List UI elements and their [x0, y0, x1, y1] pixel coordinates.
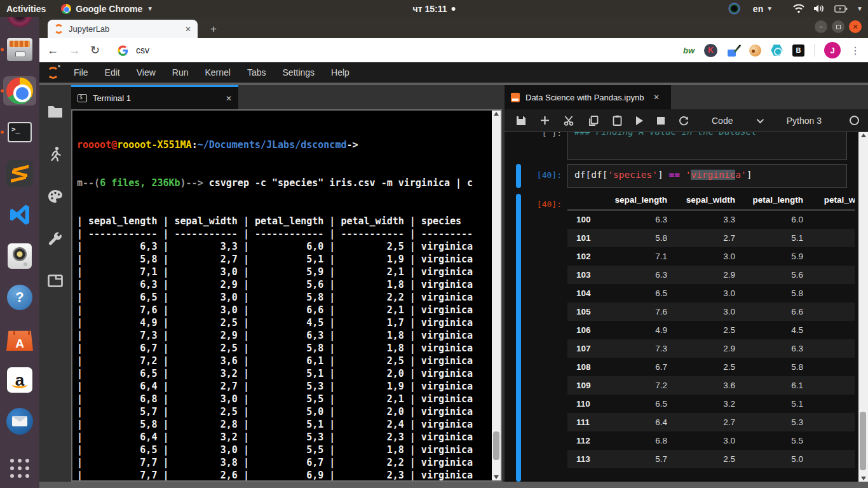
scroll-down-icon[interactable] [861, 477, 866, 480]
partial-app-icon[interactable] [7, 17, 32, 27]
url-text: csv [136, 45, 149, 55]
extensions-area: bw K B J ⋮ [683, 42, 860, 58]
forward-button[interactable]: → [69, 44, 80, 57]
scroll-down-icon[interactable] [494, 475, 499, 479]
notebook-content[interactable]: [ ]: ### Finding A Value in the Dataset … [505, 132, 868, 482]
code-cell-input[interactable]: df[df['species'] == 'virginica'] [567, 164, 847, 188]
palette-icon[interactable] [48, 189, 63, 203]
chevron-down-icon: ▼ [147, 5, 153, 12]
terminal-table: | sepal_length | sepal_width | petal_len… [77, 215, 501, 482]
extension-bw[interactable]: bw [683, 46, 695, 55]
running-sessions-icon[interactable] [48, 146, 62, 161]
dock-item-sublime[interactable] [3, 159, 36, 188]
menu-settings[interactable]: Settings [275, 67, 323, 78]
terminal-output: roooot@roooot-X551MA:~/Documents/JLabs/d… [72, 111, 501, 482]
scroll-up-icon[interactable] [494, 112, 499, 116]
reload-button[interactable]: ↻ [90, 43, 100, 57]
file-browser-icon[interactable] [48, 104, 63, 118]
dock-item-help[interactable]: ? [3, 283, 36, 312]
scroll-up-icon[interactable] [861, 133, 866, 137]
cut-button[interactable] [564, 116, 574, 126]
palette-extension-icon[interactable] [749, 44, 761, 57]
dock-item-chrome[interactable] [3, 76, 36, 105]
wifi-icon[interactable] [793, 4, 804, 13]
jupyterlab-body: $ Terminal 1 ✕ roooot@roooot-X551MA:~/Do… [39, 85, 868, 482]
df-value-cell: 2.9 [675, 266, 743, 284]
close-icon[interactable]: ✕ [226, 94, 232, 103]
copy-button[interactable] [588, 116, 599, 126]
menu-edit[interactable]: Edit [97, 67, 128, 78]
close-icon[interactable]: ✕ [653, 93, 660, 102]
cell-type-dropdown[interactable]: Code [712, 116, 762, 126]
menu-file[interactable]: File [65, 67, 97, 78]
menu-run[interactable]: Run [164, 67, 197, 78]
wrench-icon[interactable] [48, 231, 63, 247]
terminal-tab[interactable]: $ Terminal 1 ✕ [71, 85, 238, 109]
maximize-button[interactable] [832, 20, 844, 33]
clock[interactable]: чт 15:11 [413, 4, 456, 14]
chrome-menu-icon[interactable]: ⋮ [850, 44, 860, 57]
df-index-cell: 103 [567, 266, 607, 284]
chevron-down-icon[interactable]: ▼ [857, 5, 863, 12]
kernel-name[interactable]: Python 3 [787, 116, 822, 126]
new-tab-button[interactable]: + [206, 22, 221, 37]
dock-item-ubuntu-software[interactable]: A [3, 324, 36, 353]
extension-k[interactable]: K [704, 44, 717, 57]
terminal-tab-title: Terminal 1 [93, 93, 220, 103]
df-index-cell: 107 [567, 339, 607, 358]
paste-button[interactable] [613, 115, 622, 126]
speaker-icon [8, 243, 32, 269]
dock-item-amazon[interactable]: a [3, 365, 36, 395]
df-row: 1097.23.66.12.5 [567, 376, 855, 395]
stop-button[interactable] [657, 117, 665, 125]
profile-avatar[interactable]: J [824, 42, 841, 58]
jupyterlab-sidebar [39, 85, 71, 482]
menu-help[interactable]: Help [323, 67, 358, 78]
df-index-cell: 102 [567, 247, 607, 266]
menu-kernel[interactable]: Kernel [196, 67, 238, 78]
dock-item-terminal[interactable]: >_ [3, 118, 36, 147]
code-cell-comment[interactable]: ### Finding A Value in the Dataset [567, 132, 847, 160]
scrollbar-thumb[interactable] [493, 431, 499, 460]
df-index-cell: 106 [567, 321, 607, 339]
save-button[interactable] [516, 116, 526, 126]
df-row: 1126.83.05.52.1 [567, 431, 855, 450]
dock-item-rhythmbox[interactable] [3, 241, 36, 271]
dock-item-thunderbird[interactable] [3, 407, 36, 436]
df-value-cell: 1.8 [811, 266, 855, 284]
show-applications-button[interactable] [3, 454, 36, 483]
language-indicator[interactable]: en ▼ [753, 4, 773, 14]
restart-kernel-button[interactable] [679, 116, 689, 126]
back-button[interactable]: ← [47, 44, 58, 57]
dock-item-vscode[interactable] [3, 200, 36, 229]
run-button[interactable] [636, 116, 643, 125]
tab-close-icon[interactable]: ✕ [185, 25, 191, 34]
df-row: 1106.53.25.12.0 [567, 395, 855, 413]
notebook-tab[interactable]: Data Science with Pandas.ipynb ✕ [505, 85, 671, 109]
extension-b[interactable]: B [792, 44, 804, 57]
camera-indicator-icon[interactable] [728, 3, 740, 15]
terminal-scrollbar[interactable] [492, 111, 501, 480]
dock-item-files[interactable] [3, 35, 36, 64]
hexagon-extension-icon[interactable] [771, 44, 783, 57]
df-value-cell: 7.6 [607, 302, 675, 321]
minimize-button[interactable]: − [815, 20, 827, 33]
add-cell-button[interactable] [540, 116, 550, 125]
scrollbar-thumb[interactable] [860, 412, 866, 470]
battery-icon[interactable] [834, 5, 848, 13]
terminal-body[interactable]: roooot@roooot-X551MA:~/Documents/JLabs/d… [71, 109, 502, 482]
menu-view[interactable]: View [128, 67, 164, 78]
omnibox[interactable]: csv [118, 45, 673, 56]
activities-button[interactable]: Activities [0, 4, 55, 14]
notebook-scrollbar[interactable] [858, 132, 868, 482]
df-value-cell: 5.8 [607, 229, 675, 247]
color-picker-extension-icon[interactable] [727, 44, 740, 57]
df-value-cell: 6.1 [743, 376, 811, 395]
browser-tab-jupyterlab[interactable]: JupyterLab ✕ [48, 20, 198, 38]
kernel-status-icon[interactable] [850, 116, 859, 125]
volume-icon[interactable] [813, 4, 825, 13]
close-button[interactable]: ✕ [849, 20, 862, 33]
menu-tabs[interactable]: Tabs [239, 67, 275, 78]
app-menu[interactable]: Google Chrome ▼ [55, 4, 159, 14]
open-tabs-icon[interactable] [48, 274, 63, 287]
